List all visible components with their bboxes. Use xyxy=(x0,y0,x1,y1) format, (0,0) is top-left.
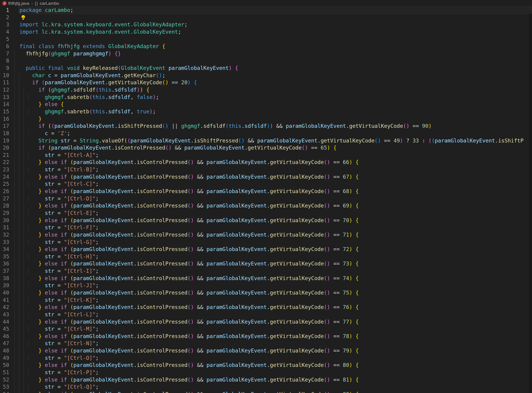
scrollbar-track[interactable] xyxy=(529,13,532,393)
line-number[interactable]: 15 xyxy=(0,108,9,115)
code-line[interactable]: 14 } else { xyxy=(0,101,532,108)
line-number[interactable]: 26 xyxy=(0,188,9,195)
line-number[interactable]: 29 xyxy=(0,210,9,217)
code-line[interactable]: 4import lc.kra.system.keyboard.event.Glo… xyxy=(0,28,532,36)
code-line[interactable]: 22 } else if (paramGlobalKeyEvent.isCont… xyxy=(0,159,532,166)
code-line[interactable]: 15 ghgmgf.sabretb(this.sdfsldf, true); xyxy=(0,108,532,115)
breadcrumb-file[interactable]: fhfhjfg.java xyxy=(8,1,29,6)
code-line[interactable]: 29 str = "[Ctrl-E]"; xyxy=(0,210,532,217)
line-number[interactable]: 50 xyxy=(0,362,9,369)
code-line[interactable]: 2 xyxy=(0,14,532,21)
code-line[interactable]: 18 c = 'Z'; xyxy=(0,130,532,137)
line-number[interactable]: 18 xyxy=(0,130,9,137)
line-number[interactable]: 5 xyxy=(0,36,9,43)
line-number[interactable]: 33 xyxy=(0,239,9,246)
code-line[interactable]: 42 } else if (paramGlobalKeyEvent.isCont… xyxy=(0,304,532,311)
breadcrumb-symbol[interactable]: carLambo xyxy=(40,1,59,6)
line-number[interactable]: 53 xyxy=(0,383,9,391)
line-number[interactable]: 38 xyxy=(0,275,9,282)
code-line[interactable]: 7 fhfhjfg(ghgmgf paramghgmgf) {} xyxy=(0,50,532,58)
line-number[interactable]: 41 xyxy=(0,297,9,304)
code-line[interactable]: 46 } else if (paramGlobalKeyEvent.isCont… xyxy=(0,333,532,340)
line-number[interactable]: 12 xyxy=(0,86,9,94)
line-number[interactable]: 4 xyxy=(0,28,9,36)
code-line[interactable]: 33 str = "[Ctrl-G]"; xyxy=(0,239,532,246)
line-number[interactable]: 7 xyxy=(0,50,9,58)
code-line[interactable]: 3import lc.kra.system.keyboard.event.Glo… xyxy=(0,21,532,28)
code-line[interactable]: 43 str = "[Ctrl-L]"; xyxy=(0,311,532,318)
line-number[interactable]: 3 xyxy=(0,21,9,28)
line-number[interactable]: 36 xyxy=(0,260,9,267)
code-line[interactable]: 23 str = "[Ctrl-B]"; xyxy=(0,166,532,173)
line-number[interactable]: 11 xyxy=(0,79,9,86)
line-number[interactable]: 1 xyxy=(0,7,9,14)
code-line[interactable]: 21 str = "[Ctrl-A]"; xyxy=(0,152,532,159)
line-number[interactable]: 10 xyxy=(0,72,9,79)
line-number[interactable]: 51 xyxy=(0,369,9,376)
line-number[interactable]: 23 xyxy=(0,166,9,173)
code-line[interactable]: 10 char c = paramGlobalKeyEvent.getKeyCh… xyxy=(0,72,532,79)
line-number[interactable]: 39 xyxy=(0,282,9,289)
code-line[interactable]: 20 if (paramGlobalKeyEvent.isControlPres… xyxy=(0,144,532,152)
code-line[interactable]: 44 } else if (paramGlobalKeyEvent.isCont… xyxy=(0,318,532,326)
code-line[interactable]: 54 } else if (paramGlobalKeyEvent.isCont… xyxy=(0,391,532,393)
code-line[interactable]: 28 } else if (paramGlobalKeyEvent.isCont… xyxy=(0,202,532,210)
line-number[interactable]: 35 xyxy=(0,253,9,260)
code-line[interactable]: 50 } else if (paramGlobalKeyEvent.isCont… xyxy=(0,362,532,369)
line-number[interactable]: 37 xyxy=(0,267,9,275)
code-line[interactable]: 26 } else if (paramGlobalKeyEvent.isCont… xyxy=(0,188,532,195)
line-number[interactable]: 25 xyxy=(0,181,9,188)
code-line[interactable]: 49 str = "[Ctrl-O]"; xyxy=(0,354,532,362)
code-line[interactable]: 5 xyxy=(0,36,532,43)
code-line[interactable]: 30 } else if (paramGlobalKeyEvent.isCont… xyxy=(0,217,532,224)
line-number[interactable]: 32 xyxy=(0,231,9,239)
code-line[interactable]: 40 } else if (paramGlobalKeyEvent.isCont… xyxy=(0,289,532,297)
line-number[interactable]: 14 xyxy=(0,101,9,108)
code-line[interactable]: 45 str = "[Ctrl-M]"; xyxy=(0,325,532,333)
code-line[interactable]: 6final class fhfhjfg extends GlobalKeyAd… xyxy=(0,43,532,50)
line-number[interactable]: 47 xyxy=(0,340,9,347)
code-line[interactable]: 37 str = "[Ctrl-I]"; xyxy=(0,267,532,275)
code-line[interactable]: 12 if (ghgmgf.sdfsldf(this.sdfsldf)) { xyxy=(0,86,532,94)
line-number[interactable]: 34 xyxy=(0,246,9,253)
line-number[interactable]: 52 xyxy=(0,376,9,384)
code-line[interactable]: 9 public final void keyReleased(GlobalKe… xyxy=(0,64,532,72)
code-line[interactable]: 51 str = "[Ctrl-P]"; xyxy=(0,369,532,376)
code-line[interactable]: 32 } else if (paramGlobalKeyEvent.isCont… xyxy=(0,231,532,239)
code-line[interactable]: 17 if ((paramGlobalKeyEvent.isShiftPress… xyxy=(0,123,532,130)
line-number[interactable]: 6 xyxy=(0,43,9,50)
line-number[interactable]: 19 xyxy=(0,137,9,144)
line-number[interactable]: 21 xyxy=(0,152,9,159)
code-line[interactable]: 47 str = "[Ctrl-N]"; xyxy=(0,340,532,347)
code-line[interactable]: 52 } else if (paramGlobalKeyEvent.isCont… xyxy=(0,376,532,384)
line-number[interactable]: 43 xyxy=(0,311,9,318)
code-line[interactable]: 39 str = "[Ctrl-J]"; xyxy=(0,282,532,289)
line-number[interactable]: 2 xyxy=(0,14,9,21)
line-number[interactable]: 45 xyxy=(0,325,9,333)
line-number[interactable]: 20 xyxy=(0,144,9,152)
code-line[interactable]: 53 str = "[Ctrl-Q]"; xyxy=(0,383,532,391)
line-number[interactable]: 27 xyxy=(0,195,9,202)
line-number[interactable]: 40 xyxy=(0,289,9,297)
lightbulb-icon[interactable] xyxy=(21,15,26,20)
code-line[interactable]: 25 str = "[Ctrl-C]"; xyxy=(0,181,532,188)
code-line[interactable]: 1package carLambo; xyxy=(0,7,532,14)
line-number[interactable]: 49 xyxy=(0,354,9,362)
code-line[interactable]: 34 } else if (paramGlobalKeyEvent.isCont… xyxy=(0,246,532,253)
line-number[interactable]: 54 xyxy=(0,391,9,393)
code-line[interactable]: 13 ghgmgf.sabretb(this.sdfsldf, false); xyxy=(0,94,532,101)
code-line[interactable]: 48 } else if (paramGlobalKeyEvent.isCont… xyxy=(0,347,532,354)
code-line[interactable]: 35 str = "[Ctrl-H]"; xyxy=(0,253,532,260)
code-line[interactable]: 41 str = "[Ctrl-K]"; xyxy=(0,297,532,304)
line-number[interactable]: 22 xyxy=(0,159,9,166)
line-number[interactable]: 30 xyxy=(0,217,9,224)
line-number[interactable]: 46 xyxy=(0,333,9,340)
code-editor[interactable]: 1package carLambo;23import lc.kra.system… xyxy=(0,7,532,393)
code-line[interactable]: 38 } else if (paramGlobalKeyEvent.isCont… xyxy=(0,275,532,282)
line-number[interactable]: 44 xyxy=(0,318,9,326)
line-number[interactable]: 42 xyxy=(0,304,9,311)
code-line[interactable]: 36 } else if (paramGlobalKeyEvent.isCont… xyxy=(0,260,532,267)
code-line[interactable]: 8 xyxy=(0,57,532,64)
line-number[interactable]: 17 xyxy=(0,123,9,130)
line-number[interactable]: 28 xyxy=(0,202,9,210)
